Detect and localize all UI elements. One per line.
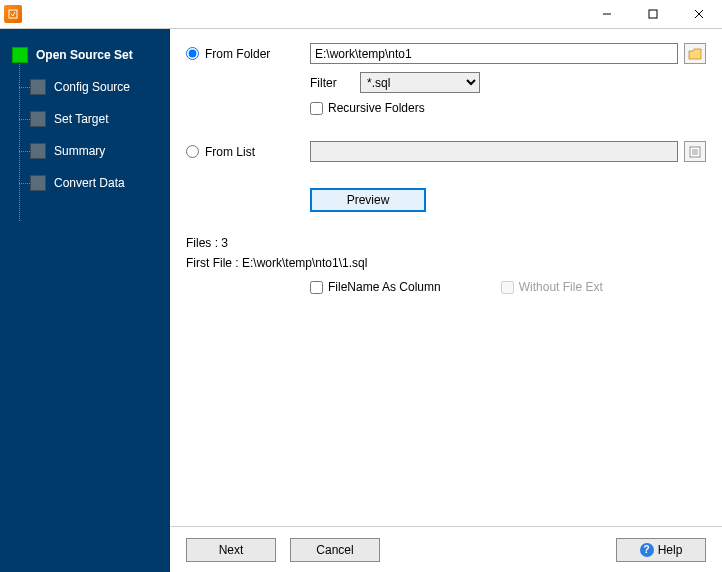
files-count-text: Files : 3	[186, 236, 706, 250]
help-button[interactable]: ? Help	[616, 538, 706, 562]
step-indicator-icon	[30, 79, 46, 95]
from-list-radio-label[interactable]: From List	[186, 145, 310, 159]
list-icon	[689, 146, 701, 158]
filter-label: Filter	[310, 76, 360, 90]
sidebar-item-label: Open Source Set	[36, 48, 133, 62]
title-bar	[0, 0, 722, 28]
app-icon	[4, 5, 22, 23]
step-indicator-icon	[30, 143, 46, 159]
without-file-ext-option: Without File Ext	[501, 280, 603, 294]
browse-folder-button[interactable]	[684, 43, 706, 64]
next-button[interactable]: Next	[186, 538, 276, 562]
sidebar-item-config-source[interactable]: Config Source	[0, 71, 170, 103]
from-list-radio[interactable]	[186, 145, 199, 158]
from-list-text: From List	[205, 145, 255, 159]
sidebar-item-set-target[interactable]: Set Target	[0, 103, 170, 135]
sidebar-item-summary[interactable]: Summary	[0, 135, 170, 167]
sidebar-item-open-source-set[interactable]: Open Source Set	[0, 39, 170, 71]
from-folder-text: From Folder	[205, 47, 270, 61]
svg-rect-2	[649, 10, 657, 18]
recursive-folders-label: Recursive Folders	[328, 101, 425, 115]
svg-rect-0	[9, 10, 17, 18]
minimize-button[interactable]	[584, 0, 630, 28]
without-file-ext-label: Without File Ext	[519, 280, 603, 294]
from-folder-radio[interactable]	[186, 47, 199, 60]
help-icon: ?	[640, 543, 654, 557]
sidebar-item-label: Summary	[54, 144, 105, 158]
first-file-text: First File : E:\work\temp\nto1\1.sql	[186, 256, 706, 270]
window-controls	[584, 0, 722, 28]
sidebar-item-label: Set Target	[54, 112, 108, 126]
wizard-sidebar: Open Source Set Config Source Set Target…	[0, 29, 170, 572]
cancel-button[interactable]: Cancel	[290, 538, 380, 562]
button-bar: Next Cancel ? Help	[170, 526, 722, 572]
close-button[interactable]	[676, 0, 722, 28]
preview-button[interactable]: Preview	[310, 188, 426, 212]
filename-as-column-checkbox[interactable]	[310, 281, 323, 294]
folder-icon	[688, 48, 702, 60]
list-path-input[interactable]	[310, 141, 678, 162]
step-indicator-icon	[12, 47, 28, 63]
folder-path-input[interactable]	[310, 43, 678, 64]
sidebar-item-convert-data[interactable]: Convert Data	[0, 167, 170, 199]
help-label: Help	[658, 543, 683, 557]
sidebar-item-label: Config Source	[54, 80, 130, 94]
from-folder-radio-label[interactable]: From Folder	[186, 47, 310, 61]
filter-select[interactable]: *.sql	[360, 72, 480, 93]
without-file-ext-checkbox	[501, 281, 514, 294]
main-panel: From Folder Filter *.sql Recursive Folde…	[170, 29, 722, 572]
step-indicator-icon	[30, 175, 46, 191]
step-indicator-icon	[30, 111, 46, 127]
browse-list-button[interactable]	[684, 141, 706, 162]
maximize-button[interactable]	[630, 0, 676, 28]
recursive-folders-checkbox[interactable]	[310, 102, 323, 115]
filename-as-column-label: FileName As Column	[328, 280, 441, 294]
filename-as-column-option[interactable]: FileName As Column	[310, 280, 441, 294]
sidebar-item-label: Convert Data	[54, 176, 125, 190]
